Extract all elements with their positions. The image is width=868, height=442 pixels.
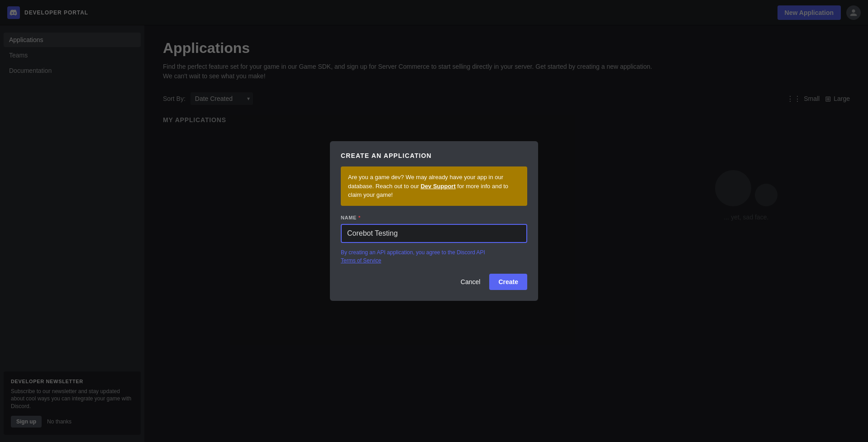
warning-text: Are you a game dev? We may already have … <box>348 174 508 198</box>
field-label: NAME * <box>341 215 527 220</box>
dev-support-link[interactable]: Dev Support <box>420 183 455 190</box>
cancel-button[interactable]: Cancel <box>459 275 482 289</box>
modal-footer: Cancel Create <box>341 274 527 290</box>
modal-overlay: CREATE AN APPLICATION Are you a game dev… <box>0 0 868 442</box>
create-button[interactable]: Create <box>489 274 527 290</box>
terms-text: By creating an API application, you agre… <box>341 248 527 265</box>
field-label-text: NAME <box>341 215 357 220</box>
terms-of-service-link[interactable]: Terms of Service <box>341 257 381 264</box>
warning-box: Are you a game dev? We may already have … <box>341 166 527 206</box>
terms-before: By creating an API application, you agre… <box>341 249 485 256</box>
name-input[interactable] <box>341 224 527 243</box>
required-indicator: * <box>358 215 361 220</box>
modal-title: CREATE AN APPLICATION <box>341 152 527 159</box>
create-application-modal: CREATE AN APPLICATION Are you a game dev… <box>330 141 538 301</box>
